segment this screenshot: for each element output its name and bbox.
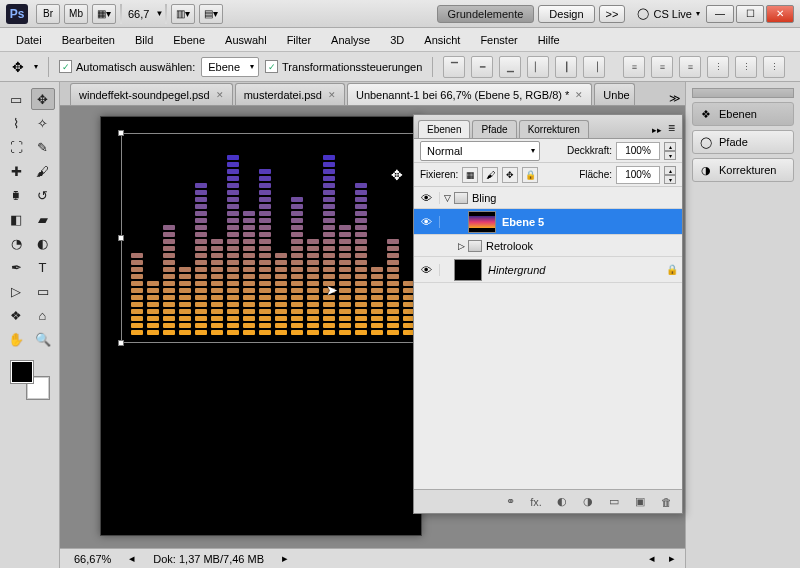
menu-ansicht[interactable]: Ansicht xyxy=(414,31,470,49)
transform-box[interactable] xyxy=(121,133,421,343)
menu-analyse[interactable]: Analyse xyxy=(321,31,380,49)
tool-gradient[interactable]: ▰ xyxy=(31,208,55,230)
tab-scroll-right-icon[interactable]: ≫ xyxy=(669,92,681,105)
menu-bild[interactable]: Bild xyxy=(125,31,163,49)
align-6[interactable]: ▕ xyxy=(583,56,605,78)
doctab-4[interactable]: Unbe xyxy=(594,83,634,105)
mask-icon[interactable]: ◐ xyxy=(552,493,572,511)
menu-bearbeiten[interactable]: Bearbeiten xyxy=(52,31,125,49)
distribute-2[interactable]: ≡ xyxy=(651,56,673,78)
distribute-4[interactable]: ⋮ xyxy=(707,56,729,78)
tool-lasso[interactable]: ⌇ xyxy=(4,112,28,134)
layer-group-bling[interactable]: 👁 ▽ Bling xyxy=(414,187,682,209)
distribute-1[interactable]: ≡ xyxy=(623,56,645,78)
status-scroll-left-icon[interactable]: ◂ xyxy=(649,552,655,565)
panel-tab-korrekturen[interactable]: Korrekturen xyxy=(519,120,589,138)
eye-icon[interactable]: 👁 xyxy=(414,216,440,228)
view-extra-1[interactable]: ▥▾ xyxy=(171,4,195,24)
layer-hintergrund[interactable]: 👁 Hintergrund 🔒 xyxy=(414,257,682,283)
menu-ebene[interactable]: Ebene xyxy=(163,31,215,49)
tool-heal[interactable]: ✚ xyxy=(4,160,28,182)
fill-stepper[interactable]: ▴▾ xyxy=(664,166,676,184)
dock-pfade[interactable]: ◯Pfade xyxy=(692,130,794,154)
status-zoom[interactable]: 66,67% xyxy=(70,552,115,566)
align-5[interactable]: ┃ xyxy=(555,56,577,78)
new-group-icon[interactable]: ▭ xyxy=(604,493,624,511)
opacity-value[interactable]: 100% xyxy=(616,142,660,160)
zoom-value[interactable]: 66,7 xyxy=(128,8,149,20)
handle-w[interactable] xyxy=(118,235,124,241)
doctab-2[interactable]: musterdatei.psd✕ xyxy=(235,83,345,105)
lock-position[interactable]: ✥ xyxy=(502,167,518,183)
foreground-color-swatch[interactable] xyxy=(10,360,34,384)
align-4[interactable]: ▏ xyxy=(527,56,549,78)
new-layer-icon[interactable]: ▣ xyxy=(630,493,650,511)
tool-stamp[interactable]: ⧯ xyxy=(4,184,28,206)
tool-3d-cam[interactable]: ⌂ xyxy=(31,304,55,326)
screen-mode-button[interactable]: ▦▾ xyxy=(92,4,116,24)
tool-blur[interactable]: ◔ xyxy=(4,232,28,254)
opacity-stepper[interactable]: ▴▾ xyxy=(664,142,676,160)
close-icon[interactable]: ✕ xyxy=(575,90,583,100)
tool-preset-dropdown[interactable]: ▾ xyxy=(34,62,38,71)
layer-thumbnail[interactable] xyxy=(468,211,496,233)
tool-magic-wand[interactable]: ✧ xyxy=(31,112,55,134)
canvas[interactable]: ✥ ➤ xyxy=(100,116,422,536)
layer-thumbnail[interactable] xyxy=(454,259,482,281)
tool-history[interactable]: ↺ xyxy=(31,184,55,206)
eye-icon[interactable]: 👁 xyxy=(414,264,440,276)
layer-ebene-5[interactable]: 👁 Ebene 5 xyxy=(414,209,682,235)
group-collapse-icon[interactable]: ▷ xyxy=(454,241,468,251)
align-2[interactable]: ━ xyxy=(471,56,493,78)
tool-path-select[interactable]: ▷ xyxy=(4,280,28,302)
align-3[interactable]: ▁ xyxy=(499,56,521,78)
color-swatches[interactable] xyxy=(10,360,50,400)
menu-3d[interactable]: 3D xyxy=(380,31,414,49)
menu-filter[interactable]: Filter xyxy=(277,31,321,49)
status-docinfo[interactable]: Dok: 1,37 MB/7,46 MB xyxy=(149,552,268,566)
tool-hand[interactable]: ✋ xyxy=(4,328,28,350)
group-collapse-icon[interactable]: ▽ xyxy=(440,193,454,203)
zoom-dropdown-icon[interactable]: ▼ xyxy=(155,9,163,18)
autoselect-checkbox[interactable]: ✓Automatisch auswählen: xyxy=(59,60,195,73)
distribute-3[interactable]: ≡ xyxy=(679,56,701,78)
bridge-button[interactable]: Br xyxy=(36,4,60,24)
transform-controls-checkbox[interactable]: ✓Transformationssteuerungen xyxy=(265,60,422,73)
tool-shape[interactable]: ▭ xyxy=(31,280,55,302)
tool-3d[interactable]: ❖ xyxy=(4,304,28,326)
distribute-5[interactable]: ⋮ xyxy=(735,56,757,78)
panel-tab-ebenen[interactable]: Ebenen xyxy=(418,120,470,138)
minibridge-button[interactable]: Mb xyxy=(64,4,88,24)
status-nav-left-icon[interactable]: ◂ xyxy=(129,552,135,565)
tool-eyedropper[interactable]: ✎ xyxy=(31,136,55,158)
tool-eraser[interactable]: ◧ xyxy=(4,208,28,230)
tool-crop[interactable]: ⛶ xyxy=(4,136,28,158)
tool-pen[interactable]: ✒ xyxy=(4,256,28,278)
menu-hilfe[interactable]: Hilfe xyxy=(528,31,570,49)
menu-auswahl[interactable]: Auswahl xyxy=(215,31,277,49)
close-icon[interactable]: ✕ xyxy=(216,90,224,100)
doctab-3[interactable]: Unbenannt-1 bei 66,7% (Ebene 5, RGB/8) *… xyxy=(347,83,592,105)
menu-fenster[interactable]: Fenster xyxy=(470,31,527,49)
distribute-6[interactable]: ⋮ xyxy=(763,56,785,78)
fill-value[interactable]: 100% xyxy=(616,166,660,184)
align-1[interactable]: ▔ xyxy=(443,56,465,78)
view-extra-2[interactable]: ▤▾ xyxy=(199,4,223,24)
link-layers-icon[interactable]: ⚭ xyxy=(500,493,520,511)
tool-zoom[interactable]: 🔍 xyxy=(31,328,55,350)
tool-rect-marquee[interactable]: ▭ xyxy=(4,88,28,110)
handle-nw[interactable] xyxy=(118,130,124,136)
layer-group-retrolook[interactable]: ▷ Retrolook xyxy=(414,235,682,257)
status-info-dropdown-icon[interactable]: ▸ xyxy=(282,552,288,565)
workspace-more[interactable]: >> xyxy=(599,5,626,23)
workspace-design[interactable]: Design xyxy=(538,5,594,23)
fx-icon[interactable]: fx. xyxy=(526,493,546,511)
window-minimize[interactable]: — xyxy=(706,5,734,23)
panel-tab-pfade[interactable]: Pfade xyxy=(472,120,516,138)
panel-menu-icon[interactable]: ≡ xyxy=(665,118,678,138)
menu-datei[interactable]: Datei xyxy=(6,31,52,49)
handle-sw[interactable] xyxy=(118,340,124,346)
close-icon[interactable]: ✕ xyxy=(328,90,336,100)
layers-panel[interactable]: Ebenen Pfade Korrekturen ▸▸ ≡ Normal Dec… xyxy=(413,114,683,514)
blend-mode-dropdown[interactable]: Normal xyxy=(420,141,540,161)
